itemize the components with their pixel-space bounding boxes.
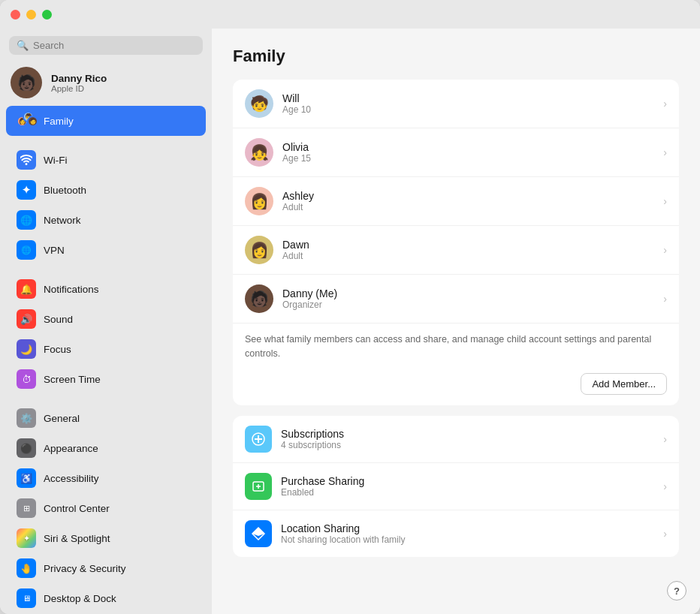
sidebar-item-label: Appearance (44, 443, 98, 454)
avatar: 🧑🏿 (11, 67, 42, 98)
add-member-row: Add Member... (233, 367, 679, 405)
sidebar-item-label: Sound (44, 314, 73, 325)
sidebar-item-desktop[interactable]: 🖥 Desktop & Dock (6, 583, 206, 613)
sidebar-item-screentime[interactable]: ⏱ Screen Time (6, 364, 206, 394)
purchase-sharing-icon (245, 473, 272, 500)
sidebar-item-privacy[interactable]: 🤚 Privacy & Security (6, 553, 206, 583)
main-content: Family 🧒 Will Age 10 › 👧 Olivia (212, 29, 700, 614)
sidebar-item-accessibility[interactable]: ♿ Accessibility (6, 463, 206, 493)
titlebar (0, 0, 700, 29)
service-info-purchase: Purchase Sharing Enabled (281, 475, 654, 498)
member-avatar-danny: 🧑🏿 (245, 284, 273, 313)
maximize-button[interactable] (42, 10, 52, 20)
member-name: Olivia (282, 141, 654, 153)
focus-icon: 🌙 (17, 339, 36, 359)
sidebar-item-label: VPN (44, 245, 65, 256)
sidebar-item-label: General (44, 413, 80, 424)
chevron-icon: › (663, 433, 667, 445)
sidebar-item-controlcenter[interactable]: ⊞ Control Center (6, 493, 206, 523)
member-info-ashley: Ashley Adult (282, 190, 654, 212)
service-subtitle: Not sharing location with family (281, 534, 654, 545)
member-subtitle: Adult (282, 202, 654, 212)
chevron-icon: › (663, 244, 667, 256)
chevron-icon: › (663, 195, 667, 207)
member-name: Dawn (282, 239, 654, 251)
service-subtitle: Enabled (281, 487, 654, 498)
service-name: Location Sharing (281, 522, 654, 534)
sidebar-item-wifi[interactable]: Wi-Fi (6, 145, 206, 175)
sidebar-item-label: Desktop & Dock (44, 593, 116, 604)
service-name: Subscriptions (281, 428, 654, 440)
sidebar-item-label: Network (44, 215, 81, 226)
sidebar-item-label: Family (44, 116, 74, 127)
sidebar-item-bluetooth[interactable]: ✦ Bluetooth (6, 175, 206, 205)
sidebar-item-notifications[interactable]: 🔔 Notifications (6, 274, 206, 304)
service-name: Purchase Sharing (281, 475, 654, 487)
sidebar-item-label: Wi-Fi (44, 155, 67, 166)
service-row-subscriptions[interactable]: Subscriptions 4 subscriptions › (233, 416, 679, 463)
content-area: 🔍 🧑🏿 Danny Rico Apple ID 👩 👦 (0, 29, 700, 614)
member-avatar-ashley: 👩 (245, 187, 273, 215)
add-member-button[interactable]: Add Member... (581, 373, 667, 395)
sidebar-item-family[interactable]: 👩 👦 🧑 Family (6, 106, 206, 136)
sidebar-item-network[interactable]: 🌐 Network (6, 205, 206, 235)
sidebar-item-label: Siri & Spotlight (44, 533, 110, 544)
sidebar-item-label: Privacy & Security (44, 563, 126, 574)
sound-icon: 🔊 (17, 309, 36, 329)
chevron-icon: › (663, 293, 667, 305)
member-subtitle: Age 10 (282, 104, 654, 115)
sidebar-item-label: Bluetooth (44, 185, 86, 196)
member-row-ashley[interactable]: 👩 Ashley Adult › (233, 177, 679, 226)
desktop-icon: 🖥 (17, 588, 36, 608)
service-row-purchase[interactable]: Purchase Sharing Enabled › (233, 463, 679, 510)
sidebar-item-focus[interactable]: 🌙 Focus (6, 334, 206, 364)
profile-name: Danny Rico (51, 73, 107, 84)
member-name: Will (282, 92, 654, 104)
chevron-icon: › (663, 480, 667, 492)
search-input[interactable] (33, 40, 195, 51)
chevron-icon: › (663, 98, 667, 110)
screentime-icon: ⏱ (17, 369, 36, 389)
sidebar-item-appearance[interactable]: ⚫ Appearance (6, 433, 206, 463)
minimize-button[interactable] (26, 10, 36, 20)
family-icon: 👩 👦 🧑 (17, 111, 36, 131)
sidebar-item-label: Screen Time (44, 374, 101, 385)
wifi-icon (17, 150, 36, 170)
sidebar-item-general[interactable]: ⚙️ General (6, 403, 206, 433)
service-subtitle: 4 subscriptions (281, 440, 654, 450)
member-info-danny: Danny (Me) Organizer (282, 287, 654, 310)
search-icon: 🔍 (17, 40, 29, 51)
chevron-icon: › (663, 528, 667, 540)
member-row-will[interactable]: 🧒 Will Age 10 › (233, 80, 679, 128)
sidebar-item-sound[interactable]: 🔊 Sound (6, 304, 206, 334)
members-card: 🧒 Will Age 10 › 👧 Olivia Age 15 › (233, 80, 679, 405)
controlcenter-icon: ⊞ (17, 498, 36, 518)
member-row-dawn[interactable]: 👩 Dawn Adult › (233, 226, 679, 275)
help-button[interactable]: ? (667, 581, 686, 600)
service-row-location[interactable]: Location Sharing Not sharing location wi… (233, 510, 679, 557)
member-avatar-olivia: 👧 (245, 138, 273, 167)
page-title: Family (233, 47, 679, 66)
siri-icon: ✦ (17, 528, 36, 548)
member-subtitle: Age 15 (282, 153, 654, 164)
member-subtitle: Adult (282, 251, 654, 261)
sidebar-item-label: Accessibility (44, 473, 99, 484)
accessibility-icon: ♿ (17, 468, 36, 488)
network-icon: 🌐 (17, 210, 36, 230)
member-info-olivia: Olivia Age 15 (282, 141, 654, 164)
member-row-danny[interactable]: 🧑🏿 Danny (Me) Organizer › (233, 275, 679, 324)
sidebar-item-siri[interactable]: ✦ Siri & Spotlight (6, 523, 206, 553)
chevron-icon: › (663, 146, 667, 158)
search-container: 🔍 (0, 29, 212, 61)
privacy-icon: 🤚 (17, 558, 36, 578)
sidebar: 🔍 🧑🏿 Danny Rico Apple ID 👩 👦 (0, 29, 212, 614)
notifications-icon: 🔔 (17, 279, 36, 299)
bluetooth-icon: ✦ (17, 180, 36, 200)
sidebar-item-label: Notifications (44, 284, 99, 295)
profile-section[interactable]: 🧑🏿 Danny Rico Apple ID (0, 61, 212, 106)
member-subtitle: Organizer (282, 299, 654, 310)
sidebar-item-vpn[interactable]: 🌐 VPN (6, 235, 206, 265)
sidebar-item-label: Control Center (44, 503, 110, 514)
member-row-olivia[interactable]: 👧 Olivia Age 15 › (233, 128, 679, 177)
close-button[interactable] (11, 10, 20, 20)
